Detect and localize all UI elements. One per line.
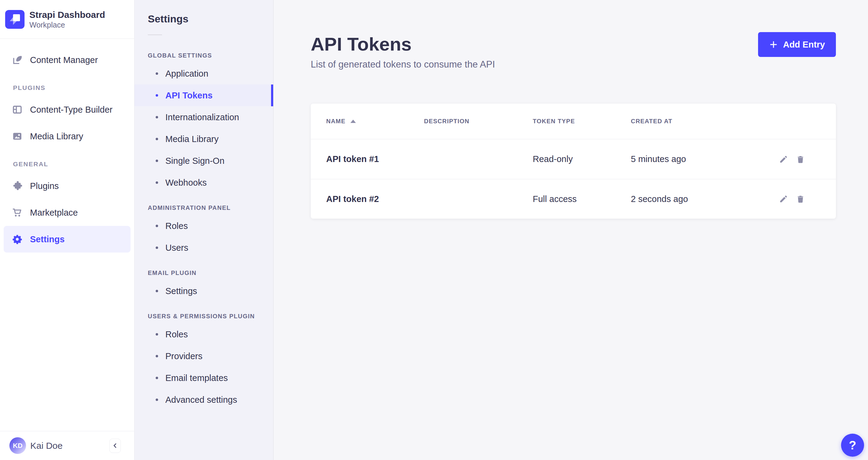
column-header-label: CREATED AT	[631, 118, 672, 125]
bullet-icon	[156, 246, 158, 249]
subnav-item-label: Single Sign-On	[165, 156, 224, 166]
bullet-icon	[156, 116, 158, 118]
subnav-item-up-roles[interactable]: Roles	[134, 324, 273, 345]
column-header-label: DESCRIPTION	[424, 118, 469, 125]
column-header-label: NAME	[326, 118, 346, 125]
sidebar-item-plugins[interactable]: Plugins	[0, 173, 134, 199]
sidebar-item-media-library[interactable]: Media Library	[0, 123, 134, 150]
table-row[interactable]: API token #2 Full access 2 seconds ago	[311, 179, 836, 219]
subnav-item-media-library[interactable]: Media Library	[134, 128, 273, 150]
subnav-item-label: Internationalization	[165, 112, 239, 122]
brand-subtitle: Workplace	[29, 20, 105, 29]
table-header-row: NAME DESCRIPTION TOKEN TYPE CREATED AT	[311, 103, 836, 139]
subnav-section-global-settings: GLOBAL SETTINGS Application API Tokens I…	[134, 52, 273, 193]
puzzle-icon	[12, 181, 23, 191]
sidebar-item-label: Media Library	[30, 131, 83, 142]
row-actions	[778, 154, 806, 164]
subnav-section-label: GLOBAL SETTINGS	[134, 52, 273, 59]
subnav-item-webhooks[interactable]: Webhooks	[134, 172, 273, 193]
subnav-section-users-permissions-plugin: USERS & PERMISSIONS PLUGIN Roles Provide…	[134, 313, 273, 411]
sidebar-item-label: Marketplace	[30, 208, 78, 218]
sidebar-item-label: Settings	[30, 235, 64, 244]
subnav-divider	[148, 34, 162, 35]
column-header-created-at: CREATED AT	[631, 118, 806, 125]
column-header-token-type: TOKEN TYPE	[533, 118, 631, 125]
avatar[interactable]: KD	[9, 437, 26, 454]
sort-asc-icon	[350, 120, 356, 123]
add-entry-button[interactable]: Add Entry	[758, 32, 836, 57]
sidebar-item-content-manager[interactable]: Content Manager	[0, 47, 134, 73]
bullet-icon	[156, 181, 158, 184]
subnav-item-label: Users	[165, 243, 188, 253]
token-type: Read-only	[533, 154, 631, 164]
page-subtitle: List of generated tokens to consume the …	[311, 59, 836, 70]
cart-icon	[12, 207, 23, 218]
subnav-item-admin-users[interactable]: Users	[134, 237, 273, 258]
help-button[interactable]: ?	[841, 434, 864, 457]
subnav-item-application[interactable]: Application	[134, 63, 273, 85]
sidebar-item-marketplace[interactable]: Marketplace	[0, 199, 134, 226]
token-name: API token #2	[326, 194, 424, 204]
subnav-item-advanced-settings[interactable]: Advanced settings	[134, 389, 273, 411]
bullet-icon	[156, 138, 158, 140]
table-row[interactable]: API token #1 Read-only 5 minutes ago	[311, 139, 836, 179]
sidebar-item-settings[interactable]: Settings	[4, 226, 130, 252]
subnav-item-label: Application	[165, 69, 208, 79]
bullet-icon	[156, 160, 158, 162]
subnav-item-single-sign-on[interactable]: Single Sign-On	[134, 150, 273, 172]
api-tokens-table: NAME DESCRIPTION TOKEN TYPE CREATED AT	[311, 103, 836, 219]
subnav-section-administration-panel: ADMINISTRATION PANEL Roles Users	[134, 205, 273, 258]
feather-icon	[12, 55, 23, 65]
subnav-item-label: Roles	[165, 330, 188, 339]
main-sidebar: Strapi Dashboard Workplace Content Manag…	[0, 0, 134, 460]
app-root: Strapi Dashboard Workplace Content Manag…	[0, 0, 868, 460]
sidebar-user-section: KD Kai Doe	[0, 431, 134, 460]
subnav-section-label: EMAIL PLUGIN	[134, 270, 273, 276]
subnav-item-label: Advanced settings	[165, 395, 237, 405]
subnav-item-internationalization[interactable]: Internationalization	[134, 106, 273, 128]
collapse-sidebar-button[interactable]	[109, 438, 121, 453]
bullet-icon	[156, 377, 158, 379]
brand-title: Strapi Dashboard	[29, 9, 105, 20]
pencil-icon	[779, 194, 788, 204]
bullet-icon	[156, 333, 158, 336]
chevron-left-icon	[112, 442, 119, 450]
bullet-icon	[156, 399, 158, 401]
bullet-icon	[156, 94, 158, 97]
workspace-brand[interactable]: Strapi Dashboard Workplace	[0, 0, 134, 39]
row-actions	[778, 194, 806, 204]
bullet-icon	[156, 225, 158, 227]
subnav-section-label: ADMINISTRATION PANEL	[134, 205, 273, 211]
subnav-item-label: API Tokens	[165, 91, 213, 100]
gear-icon	[12, 234, 23, 245]
brand-text: Strapi Dashboard Workplace	[29, 9, 105, 29]
sidebar-item-label: Content Manager	[30, 55, 98, 65]
edit-button[interactable]	[778, 194, 789, 204]
subnav-item-admin-roles[interactable]: Roles	[134, 215, 273, 237]
bullet-icon	[156, 290, 158, 292]
user-name: Kai Doe	[30, 440, 63, 451]
subnav-item-label: Email templates	[165, 373, 228, 383]
edit-button[interactable]	[778, 154, 789, 164]
bullet-icon	[156, 355, 158, 357]
sidebar-section-plugins: PLUGINS	[0, 73, 134, 96]
subnav-item-email-templates[interactable]: Email templates	[134, 367, 273, 389]
sidebar-item-label: Plugins	[30, 181, 59, 191]
sidebar-nav: Content Manager PLUGINS Content-Type Bui…	[0, 39, 134, 252]
add-entry-label: Add Entry	[783, 40, 825, 50]
layout-icon	[12, 104, 23, 115]
sidebar-item-content-type-builder[interactable]: Content-Type Builder	[0, 96, 134, 123]
subnav-item-providers[interactable]: Providers	[134, 345, 273, 367]
subnav-item-api-tokens[interactable]: API Tokens	[134, 85, 273, 106]
delete-button[interactable]	[795, 154, 806, 164]
subnav-item-email-settings[interactable]: Settings	[134, 280, 273, 302]
token-name: API token #1	[326, 154, 424, 164]
sidebar-item-label: Content-Type Builder	[30, 105, 112, 115]
pencil-icon	[779, 155, 788, 164]
delete-button[interactable]	[795, 194, 806, 204]
bullet-icon	[156, 72, 158, 75]
column-header-name[interactable]: NAME	[326, 118, 424, 125]
subnav-title: Settings	[148, 13, 273, 25]
subnav-item-label: Settings	[165, 286, 197, 296]
column-header-description: DESCRIPTION	[424, 118, 533, 125]
